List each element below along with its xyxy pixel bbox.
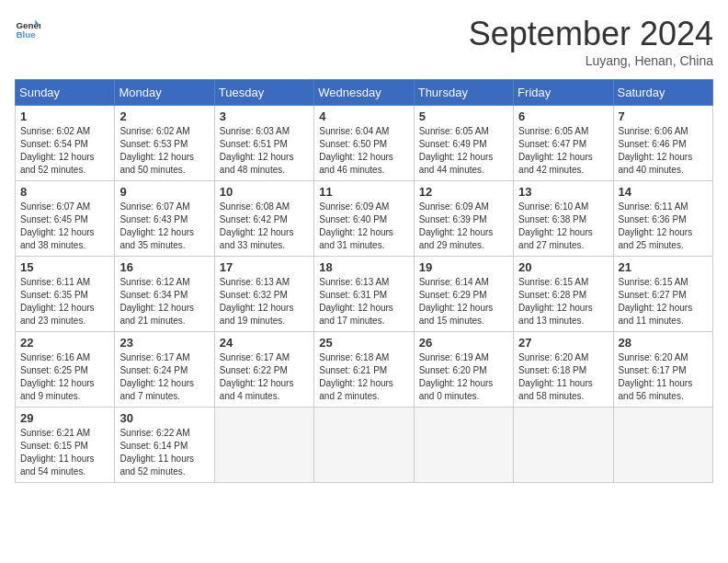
day-number: 18 bbox=[319, 260, 408, 274]
day-number: 28 bbox=[619, 336, 708, 350]
calendar-cell: 15Sunrise: 6:11 AMSunset: 6:35 PMDayligh… bbox=[16, 257, 115, 332]
day-info: Sunrise: 6:20 AMSunset: 6:17 PMDaylight:… bbox=[619, 351, 708, 403]
day-info: Sunrise: 6:22 AMSunset: 6:14 PMDaylight:… bbox=[119, 427, 209, 478]
calendar-cell: 25Sunrise: 6:18 AMSunset: 6:21 PMDayligh… bbox=[314, 332, 414, 408]
day-info: Sunrise: 6:14 AMSunset: 6:29 PMDaylight:… bbox=[419, 276, 508, 327]
calendar-cell: 20Sunrise: 6:15 AMSunset: 6:28 PMDayligh… bbox=[514, 257, 613, 332]
calendar-cell bbox=[613, 408, 712, 483]
calendar-cell: 17Sunrise: 6:13 AMSunset: 6:32 PMDayligh… bbox=[214, 257, 313, 332]
title-block: September 2024 Luyang, Henan, China bbox=[469, 15, 713, 68]
day-info: Sunrise: 6:02 AMSunset: 6:53 PMDaylight:… bbox=[119, 125, 209, 177]
day-info: Sunrise: 6:07 AMSunset: 6:45 PMDaylight:… bbox=[20, 201, 109, 252]
calendar-cell: 21Sunrise: 6:15 AMSunset: 6:27 PMDayligh… bbox=[613, 257, 712, 332]
calendar-cell: 9Sunrise: 6:07 AMSunset: 6:43 PMDaylight… bbox=[115, 181, 214, 257]
day-number: 29 bbox=[20, 411, 109, 425]
calendar-cell: 5Sunrise: 6:05 AMSunset: 6:49 PMDaylight… bbox=[414, 106, 513, 181]
calendar-cell: 28Sunrise: 6:20 AMSunset: 6:17 PMDayligh… bbox=[613, 332, 712, 408]
day-number: 3 bbox=[220, 109, 309, 123]
calendar-cell: 10Sunrise: 6:08 AMSunset: 6:42 PMDayligh… bbox=[214, 181, 313, 257]
calendar-cell: 3Sunrise: 6:03 AMSunset: 6:51 PMDaylight… bbox=[214, 106, 313, 181]
calendar-cell: 6Sunrise: 6:05 AMSunset: 6:47 PMDaylight… bbox=[514, 106, 613, 181]
day-number: 13 bbox=[518, 185, 608, 199]
day-info: Sunrise: 6:19 AMSunset: 6:20 PMDaylight:… bbox=[419, 351, 508, 403]
calendar-week-row: 22Sunrise: 6:16 AMSunset: 6:25 PMDayligh… bbox=[16, 332, 713, 408]
day-number: 14 bbox=[619, 185, 708, 199]
day-info: Sunrise: 6:11 AMSunset: 6:35 PMDaylight:… bbox=[20, 276, 109, 327]
day-info: Sunrise: 6:15 AMSunset: 6:27 PMDaylight:… bbox=[619, 276, 708, 327]
day-number: 30 bbox=[119, 411, 209, 425]
day-number: 11 bbox=[319, 185, 408, 199]
day-info: Sunrise: 6:18 AMSunset: 6:21 PMDaylight:… bbox=[319, 351, 408, 403]
day-info: Sunrise: 6:05 AMSunset: 6:47 PMDaylight:… bbox=[518, 125, 608, 177]
day-number: 17 bbox=[220, 260, 309, 274]
day-number: 25 bbox=[319, 336, 408, 350]
day-number: 6 bbox=[518, 109, 608, 123]
day-number: 1 bbox=[20, 109, 109, 123]
header-monday: Monday bbox=[115, 80, 214, 106]
day-number: 4 bbox=[319, 109, 408, 123]
day-info: Sunrise: 6:02 AMSunset: 6:54 PMDaylight:… bbox=[20, 125, 109, 177]
day-info: Sunrise: 6:15 AMSunset: 6:28 PMDaylight:… bbox=[518, 276, 608, 327]
day-info: Sunrise: 6:04 AMSunset: 6:50 PMDaylight:… bbox=[319, 125, 408, 177]
location: Luyang, Henan, China bbox=[469, 53, 713, 68]
calendar-cell bbox=[214, 408, 313, 483]
header-sunday: Sunday bbox=[16, 80, 115, 106]
day-info: Sunrise: 6:09 AMSunset: 6:39 PMDaylight:… bbox=[419, 201, 508, 252]
day-number: 23 bbox=[119, 336, 209, 350]
calendar-cell: 22Sunrise: 6:16 AMSunset: 6:25 PMDayligh… bbox=[16, 332, 115, 408]
day-number: 10 bbox=[220, 185, 309, 199]
calendar-cell: 2Sunrise: 6:02 AMSunset: 6:53 PMDaylight… bbox=[115, 106, 214, 181]
calendar-week-row: 1Sunrise: 6:02 AMSunset: 6:54 PMDaylight… bbox=[16, 106, 713, 181]
day-number: 15 bbox=[20, 260, 109, 274]
day-number: 19 bbox=[419, 260, 508, 274]
header-tuesday: Tuesday bbox=[214, 80, 313, 106]
header-wednesday: Wednesday bbox=[314, 80, 414, 106]
day-number: 20 bbox=[518, 260, 608, 274]
calendar-cell bbox=[514, 408, 613, 483]
calendar-cell: 27Sunrise: 6:20 AMSunset: 6:18 PMDayligh… bbox=[514, 332, 613, 408]
calendar-cell: 4Sunrise: 6:04 AMSunset: 6:50 PMDaylight… bbox=[314, 106, 414, 181]
page-header: General Blue September 2024 Luyang, Hena… bbox=[15, 15, 713, 68]
day-number: 7 bbox=[619, 109, 708, 123]
day-info: Sunrise: 6:12 AMSunset: 6:34 PMDaylight:… bbox=[119, 276, 209, 327]
weekday-header-row: Sunday Monday Tuesday Wednesday Thursday… bbox=[16, 80, 713, 106]
day-info: Sunrise: 6:08 AMSunset: 6:42 PMDaylight:… bbox=[220, 201, 309, 252]
day-number: 16 bbox=[119, 260, 209, 274]
calendar-week-row: 8Sunrise: 6:07 AMSunset: 6:45 PMDaylight… bbox=[16, 181, 713, 257]
day-info: Sunrise: 6:06 AMSunset: 6:46 PMDaylight:… bbox=[619, 125, 708, 177]
calendar-cell: 14Sunrise: 6:11 AMSunset: 6:36 PMDayligh… bbox=[613, 181, 712, 257]
calendar-cell: 30Sunrise: 6:22 AMSunset: 6:14 PMDayligh… bbox=[115, 408, 214, 483]
day-number: 9 bbox=[119, 185, 209, 199]
day-info: Sunrise: 6:09 AMSunset: 6:40 PMDaylight:… bbox=[319, 201, 408, 252]
day-info: Sunrise: 6:17 AMSunset: 6:22 PMDaylight:… bbox=[220, 351, 309, 403]
calendar-week-row: 15Sunrise: 6:11 AMSunset: 6:35 PMDayligh… bbox=[16, 257, 713, 332]
day-info: Sunrise: 6:03 AMSunset: 6:51 PMDaylight:… bbox=[220, 125, 309, 177]
header-saturday: Saturday bbox=[613, 80, 712, 106]
day-info: Sunrise: 6:05 AMSunset: 6:49 PMDaylight:… bbox=[419, 125, 508, 177]
header-thursday: Thursday bbox=[414, 80, 513, 106]
day-number: 27 bbox=[518, 336, 608, 350]
calendar-week-row: 29Sunrise: 6:21 AMSunset: 6:15 PMDayligh… bbox=[16, 408, 713, 483]
calendar-cell: 7Sunrise: 6:06 AMSunset: 6:46 PMDaylight… bbox=[613, 106, 712, 181]
day-info: Sunrise: 6:07 AMSunset: 6:43 PMDaylight:… bbox=[119, 201, 209, 252]
logo-icon: General Blue bbox=[15, 15, 40, 40]
day-info: Sunrise: 6:10 AMSunset: 6:38 PMDaylight:… bbox=[518, 201, 608, 252]
day-number: 21 bbox=[619, 260, 708, 274]
calendar-cell bbox=[314, 408, 414, 483]
calendar-cell: 16Sunrise: 6:12 AMSunset: 6:34 PMDayligh… bbox=[115, 257, 214, 332]
day-number: 26 bbox=[419, 336, 508, 350]
day-number: 5 bbox=[419, 109, 508, 123]
calendar-cell bbox=[414, 408, 513, 483]
day-info: Sunrise: 6:13 AMSunset: 6:32 PMDaylight:… bbox=[220, 276, 309, 327]
calendar-cell: 11Sunrise: 6:09 AMSunset: 6:40 PMDayligh… bbox=[314, 181, 414, 257]
day-number: 8 bbox=[20, 185, 109, 199]
calendar-cell: 19Sunrise: 6:14 AMSunset: 6:29 PMDayligh… bbox=[414, 257, 513, 332]
calendar-cell: 13Sunrise: 6:10 AMSunset: 6:38 PMDayligh… bbox=[514, 181, 613, 257]
calendar-cell: 1Sunrise: 6:02 AMSunset: 6:54 PMDaylight… bbox=[16, 106, 115, 181]
calendar-table: Sunday Monday Tuesday Wednesday Thursday… bbox=[15, 79, 713, 483]
calendar-cell: 8Sunrise: 6:07 AMSunset: 6:45 PMDaylight… bbox=[16, 181, 115, 257]
calendar-cell: 26Sunrise: 6:19 AMSunset: 6:20 PMDayligh… bbox=[414, 332, 513, 408]
month-title: September 2024 bbox=[469, 15, 713, 53]
logo: General Blue bbox=[15, 15, 40, 40]
calendar-cell: 29Sunrise: 6:21 AMSunset: 6:15 PMDayligh… bbox=[16, 408, 115, 483]
